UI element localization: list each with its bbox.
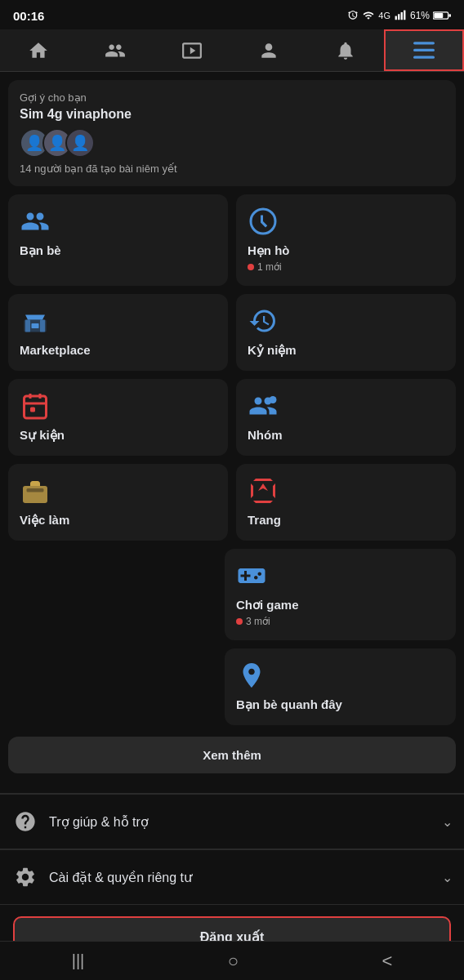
battery-icon [433,11,451,20]
jobs-icon [20,475,51,506]
svg-rect-14 [40,320,45,332]
menu-card-friends[interactable]: Bạn bè [8,194,228,286]
video-icon [181,40,203,61]
svg-rect-9 [413,56,435,58]
memories-icon [248,305,279,336]
menu-card-nearby[interactable]: Bạn bè quanh đây [225,648,456,725]
settings-section[interactable]: Cài đặt & quyền riêng tư ⌄ [0,849,464,904]
dating-badge-text: 1 mới [257,261,282,273]
friends-nav-icon [105,40,126,61]
menu-icon [413,40,435,61]
gaming-label: Chơi game [236,598,299,612]
suggestion-desc: 14 người bạn đã tạo bài niêm yết [20,163,444,175]
alarm-icon [347,10,359,21]
svg-rect-19 [30,408,35,412]
nearby-icon [236,660,267,691]
grid-row-6: Bạn bè quanh đây [8,648,456,725]
dating-icon [248,206,279,237]
svg-rect-12 [32,323,39,328]
svg-rect-0 [395,16,397,20]
suggestion-label: Gợi ý cho bạn [20,91,444,104]
profile-icon [258,40,279,61]
battery-text: 61% [410,10,430,21]
bottom-nav-home[interactable]: ○ [208,944,258,978]
menu-card-groups[interactable]: Nhóm [236,379,456,456]
svg-rect-6 [448,14,451,16]
help-left: Trợ giúp & hỗ trợ [11,808,149,835]
signal-icon [394,10,407,21]
help-label: Trợ giúp & hỗ trợ [49,814,149,830]
nav-bell[interactable] [307,29,384,71]
grid-row-4: Việc làm Trang [8,464,456,541]
hamburger-icon [413,42,435,60]
gaming-badge-text: 3 mới [246,616,270,627]
svg-rect-1 [398,14,399,20]
dating-label: Hẹn hò [248,243,290,258]
pages-label: Trang [248,513,281,527]
events-label: Sự kiện [20,428,65,443]
gaming-badge-row: 3 mới [236,616,270,627]
menu-card-memories[interactable]: Kỷ niệm [236,294,456,371]
suggestion-card[interactable]: Gợi ý cho bạn Sim 4g vinaphone 👤 👤 👤 14 … [8,80,456,186]
groups-label: Nhóm [248,428,283,442]
nav-menu[interactable] [384,29,464,71]
nav-friends[interactable] [77,29,154,71]
bottom-nav: ||| ○ < [0,941,464,980]
marketplace-svg [20,306,50,336]
svg-rect-22 [27,488,44,492]
settings-left: Cài đặt & quyền riêng tư [11,863,192,891]
svg-rect-7 [413,42,435,44]
nav-video[interactable] [154,29,230,71]
menu-card-pages[interactable]: Trang [236,464,456,541]
main-content: Gợi ý cho bạn Sim 4g vinaphone 👤 👤 👤 14 … [0,72,464,793]
grid-spacer-left2 [8,648,216,725]
jobs-label: Việc làm [20,513,69,528]
grid-spacer-left [8,549,216,640]
status-icons: 4G 61% [347,10,451,21]
grid-row-1: Bạn bè Hẹn hò 1 mới [8,194,456,286]
nav-profile[interactable] [230,29,307,71]
avatar-row: 👤 👤 👤 [20,128,444,158]
events-icon [20,390,51,421]
svg-rect-3 [404,11,405,20]
memories-label: Kỷ niệm [248,343,297,358]
signal-text: 4G [378,11,390,20]
svg-rect-15 [25,396,47,418]
bottom-nav-recent[interactable]: < [362,944,412,978]
home-icon [28,40,49,61]
svg-point-20 [270,396,277,403]
svg-rect-8 [413,48,435,51]
menu-card-marketplace[interactable]: Marketplace [8,294,228,371]
bell-icon [335,40,356,61]
settings-icon [11,863,39,891]
svg-rect-2 [401,12,403,20]
pages-icon [248,475,279,506]
bottom-nav-back[interactable]: ||| [52,945,105,977]
menu-card-gaming[interactable]: Chơi game 3 mới [225,549,456,640]
status-bar: 00:16 4G 61% [0,0,464,29]
nav-bar [0,29,464,72]
grid-row-5: Chơi game 3 mới [8,549,456,640]
menu-card-dating[interactable]: Hẹn hò 1 mới [236,194,456,286]
nearby-label: Bạn bè quanh đây [236,697,342,712]
wifi-icon [362,10,375,21]
help-section[interactable]: Trợ giúp & hỗ trợ ⌄ [0,794,464,849]
groups-icon [248,390,279,421]
menu-card-events[interactable]: Sự kiện [8,379,228,456]
help-chevron: ⌄ [442,814,453,830]
settings-label: Cài đặt & quyền riêng tư [49,870,192,885]
menu-card-jobs[interactable]: Việc làm [8,464,228,541]
status-time: 00:16 [13,9,44,23]
nav-home[interactable] [0,29,77,71]
suggestion-title: Sim 4g vinaphone [20,107,444,122]
svg-rect-5 [434,13,443,18]
friends-icon [20,206,51,237]
friends-label: Bạn bè [20,243,61,258]
dating-badge-dot [248,264,254,270]
grid-row-2: Marketplace Kỷ niệm [8,294,456,371]
gaming-icon [236,560,267,591]
avatar-3: 👤 [65,128,95,158]
grid-row-3: Sự kiện Nhóm [8,379,456,456]
marketplace-icon [20,305,51,336]
see-more-button[interactable]: Xem thêm [8,737,456,773]
